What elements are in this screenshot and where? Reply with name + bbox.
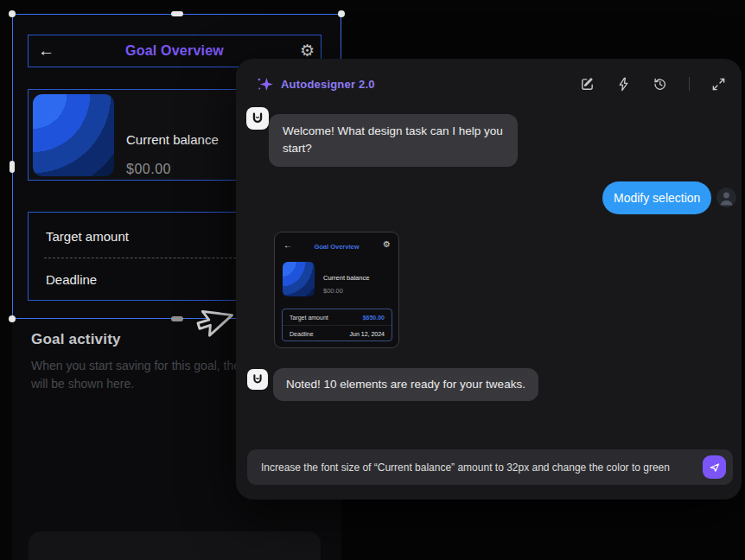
- bot-message-noted: Noted! 10 elements are ready for your tw…: [273, 368, 538, 401]
- bottom-action-button[interactable]: [29, 531, 321, 560]
- thumb-deadline-label: Deadline: [290, 331, 314, 337]
- prompt-input-container: [247, 449, 733, 485]
- selection-handle-top-right[interactable]: [338, 10, 345, 17]
- thumb-target-label: Target amount: [290, 315, 328, 321]
- selection-handle-bottom-middle[interactable]: [171, 316, 183, 321]
- chat-panel-title: Autodesigner 2.0: [281, 78, 375, 91]
- selection-handle-bottom-left[interactable]: [9, 315, 16, 322]
- send-button[interactable]: [703, 455, 726, 479]
- thumb-balance-amount: $00.00: [323, 287, 343, 295]
- lightning-icon[interactable]: [616, 77, 631, 92]
- thumb-deadline-row: Deadline Jun 12, 2024: [283, 326, 392, 341]
- header-divider: [689, 77, 690, 91]
- bot-message-welcome: Welcome! What design task can I help you…: [269, 114, 518, 167]
- goal-activity-title: Goal activity: [31, 331, 121, 348]
- thumb-deadline-value: Jun 12, 2024: [350, 331, 385, 337]
- thumb-balance-label: Current balance: [323, 274, 369, 282]
- autodesigner-chat-panel: Autodesigner 2.0: [236, 59, 742, 500]
- expand-icon[interactable]: [711, 77, 726, 92]
- uizard-logo-icon: [251, 372, 264, 386]
- chat-header-actions: [580, 77, 726, 92]
- selection-handle-top-middle[interactable]: [171, 11, 183, 16]
- edit-icon[interactable]: [580, 77, 595, 92]
- app-window: ← Goal Overview ⚙ Current balance $00.00…: [0, 0, 745, 560]
- thumb-fields-box: Target amount $650.00 Deadline Jun 12, 2…: [282, 309, 392, 341]
- design-thumbnail-card[interactable]: ← Goal Overview ⚙ Current balance $00.00…: [274, 232, 399, 348]
- thumb-title: Goal Overview: [275, 243, 398, 251]
- thumb-gear-icon: ⚙: [383, 239, 391, 249]
- uizard-logo-icon: [250, 111, 265, 126]
- thumb-balance-image: [283, 262, 315, 296]
- prompt-input[interactable]: [247, 449, 733, 485]
- thumb-target-row: Target amount $650.00: [283, 309, 392, 325]
- selection-handle-left-middle[interactable]: [10, 161, 15, 173]
- cursor-icon: [192, 303, 236, 344]
- thumb-target-value: $650.00: [363, 315, 385, 321]
- sparkle-logo-icon: [257, 76, 273, 92]
- selection-handle-top-left[interactable]: [9, 10, 16, 17]
- uizard-bot-avatar: [247, 369, 268, 390]
- user-message-modify-selection[interactable]: Modify selection: [602, 181, 711, 214]
- person-icon: [716, 188, 736, 207]
- send-icon: [708, 461, 721, 474]
- uizard-bot-avatar: [246, 107, 269, 130]
- user-avatar: [716, 188, 736, 207]
- chat-header: Autodesigner 2.0: [236, 59, 742, 109]
- history-icon[interactable]: [653, 77, 667, 92]
